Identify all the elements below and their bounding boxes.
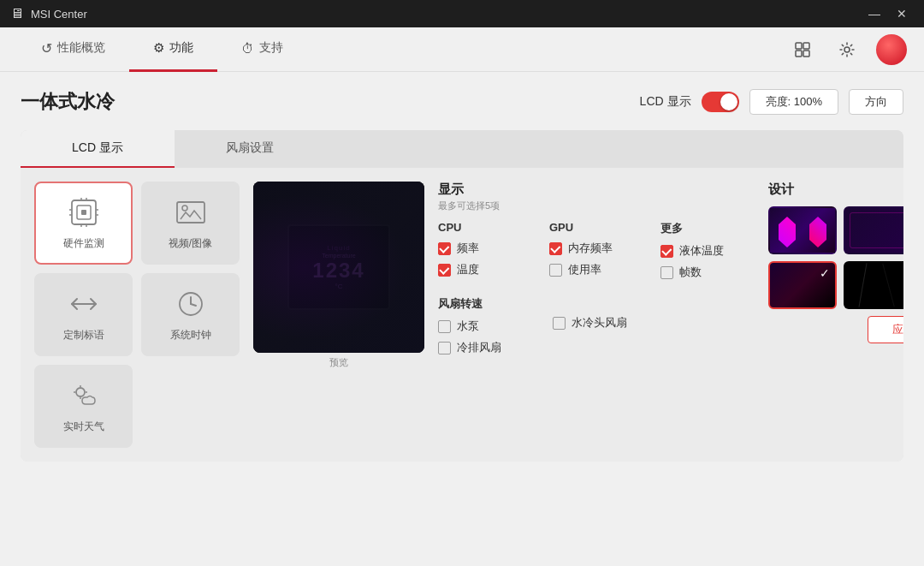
mode-card-weather[interactable]: 实时天气 (34, 365, 133, 448)
svg-rect-16 (177, 202, 204, 223)
lcd-toggle[interactable] (702, 92, 739, 112)
system-clock-icon (174, 287, 208, 321)
mode-card-video[interactable]: 视频/图像 (141, 182, 240, 265)
design-thumb-4[interactable] (844, 261, 903, 309)
cpu-freq-checkbox[interactable] (438, 242, 451, 255)
design-thumb-3[interactable] (768, 261, 837, 309)
cooler-preview: Liquid Temperature 1234 °C (253, 182, 424, 353)
system-clock-label: 系统时钟 (170, 328, 211, 343)
titlebar: 🖥 MSI Center — ✕ (0, 0, 924, 27)
subtab-fan[interactable]: 风扇设置 (175, 130, 325, 168)
pump-checkbox[interactable] (438, 320, 451, 333)
cpu-freq-row: 频率 (438, 241, 532, 256)
radiator-fan-checkbox[interactable] (438, 342, 451, 354)
design-thumbs (768, 206, 903, 309)
weather-icon (67, 378, 101, 413)
close-button[interactable]: ✕ (890, 2, 914, 26)
cpu-temp-checkbox[interactable] (438, 264, 451, 277)
svg-rect-2 (796, 51, 802, 57)
topnav-tabs: ↺ 性能概览 ⚙ 功能 ⏱ 支持 (17, 27, 307, 72)
display-and-fan: Liquid Temperature 1234 °C 预览 (253, 182, 755, 448)
settings-right-panel: Liquid Temperature 1234 °C 预览 (253, 182, 903, 448)
fps-checkbox[interactable] (660, 266, 673, 279)
function-tab-label: 功能 (169, 40, 193, 56)
custom-text-label: 定制标语 (63, 328, 104, 343)
page-title-row: 一体式水冷 LCD 显示 亮度: 100% 方向 (21, 89, 903, 115)
fan-section-title: 风扇转速 (438, 296, 501, 312)
gpu-col-title: GPU (549, 221, 643, 234)
pump-row: 水泵 (438, 319, 501, 334)
panel-body: 硬件监测 视频/图像 (21, 168, 903, 462)
mode-icons-grid: 硬件监测 视频/图像 (34, 182, 240, 448)
video-image-icon (174, 195, 208, 229)
svg-point-4 (844, 47, 850, 52)
gpu-column: GPU 内存频率 使用率 (549, 221, 643, 286)
fps-row: 帧数 (660, 265, 755, 280)
subtab-lcd[interactable]: LCD 显示 (21, 130, 175, 168)
app-title: MSI Center (31, 8, 87, 21)
custom-text-icon (67, 287, 101, 321)
gpu-usage-label: 使用率 (568, 262, 601, 277)
head-fan-checkbox[interactable] (553, 317, 566, 330)
liquid-temp-label: 液体温度 (679, 243, 724, 259)
grid-button[interactable] (787, 34, 818, 65)
sub-tabs: LCD 显示 风扇设置 (21, 130, 903, 168)
radiator-fan-row: 冷排风扇 (438, 340, 501, 355)
fan-section-left: 风扇转速 水泵 冷排风扇 (438, 296, 501, 361)
tab-function[interactable]: ⚙ 功能 (129, 27, 217, 72)
svg-point-17 (182, 206, 187, 211)
app-icon: 🖥 (10, 6, 24, 21)
preview-label: 预览 (253, 356, 424, 369)
tab-panel: LCD 显示 风扇设置 (21, 130, 903, 462)
mode-card-custom[interactable]: 定制标语 (34, 273, 133, 356)
svg-rect-0 (796, 43, 802, 49)
fps-label: 帧数 (679, 265, 702, 280)
liquid-temp-checkbox[interactable] (660, 245, 673, 258)
topnav-right (787, 34, 907, 65)
gpu-memfreq-checkbox[interactable] (549, 242, 562, 255)
svg-point-22 (76, 388, 85, 396)
cpu-freq-label: 频率 (457, 241, 479, 256)
more-col-title: 更多 (660, 221, 755, 236)
tab-performance[interactable]: ↺ 性能概览 (17, 27, 129, 72)
weather-label: 实时天气 (63, 420, 104, 434)
svg-rect-7 (81, 210, 86, 215)
settings-button[interactable] (832, 34, 862, 65)
design-panel: 设计 应用 (768, 182, 903, 448)
titlebar-controls: — ✕ (862, 2, 914, 26)
gpu-usage-checkbox[interactable] (549, 264, 562, 277)
apply-button[interactable]: 应用 (868, 316, 903, 343)
svg-line-21 (191, 304, 196, 306)
cpu-column: CPU 频率 温度 (438, 221, 532, 286)
design-thumb-2[interactable] (844, 206, 903, 254)
direction-button[interactable]: 方向 (849, 89, 903, 115)
mode-card-clock[interactable]: 系统时钟 (141, 273, 240, 356)
minimize-button[interactable]: — (862, 2, 886, 26)
support-tab-icon: ⏱ (241, 41, 254, 56)
hardware-monitor-icon (67, 195, 101, 229)
mode-card-hardware[interactable]: 硬件监测 (34, 182, 133, 265)
head-fan-row: 水冷头风扇 (553, 315, 627, 331)
bottom-row: 应用 (768, 309, 903, 347)
fan-section: 风扇转速 水泵 冷排风扇 (438, 296, 755, 361)
display-section: 显示 最多可选择5项 CPU 频率 (438, 182, 755, 369)
tab-support[interactable]: ⏱ 支持 (217, 27, 307, 72)
hardware-monitor-label: 硬件监测 (63, 236, 104, 251)
fan-section-right: 水冷头风扇 (553, 296, 627, 361)
cpu-temp-row: 温度 (438, 262, 532, 277)
more-column: 更多 液体温度 帧数 (660, 221, 755, 286)
lcd-display-label: LCD 显示 (640, 94, 691, 110)
display-settings: CPU 频率 温度 (438, 221, 755, 286)
performance-tab-icon: ↺ (41, 40, 52, 57)
main-window: ↺ 性能概览 ⚙ 功能 ⏱ 支持 (0, 27, 924, 566)
page-title: 一体式水冷 (21, 89, 115, 115)
design-thumb-1[interactable] (768, 206, 837, 254)
topnav: ↺ 性能概览 ⚙ 功能 ⏱ 支持 (0, 27, 924, 72)
gpu-memfreq-label: 内存频率 (568, 241, 613, 256)
performance-tab-label: 性能概览 (57, 40, 105, 56)
head-fan-label: 水冷头风扇 (572, 315, 627, 331)
display-hint: 最多可选择5项 (438, 200, 755, 212)
gpu-usage-row: 使用率 (549, 262, 643, 277)
brightness-button[interactable]: 亮度: 100% (749, 89, 838, 115)
avatar[interactable] (876, 34, 907, 65)
